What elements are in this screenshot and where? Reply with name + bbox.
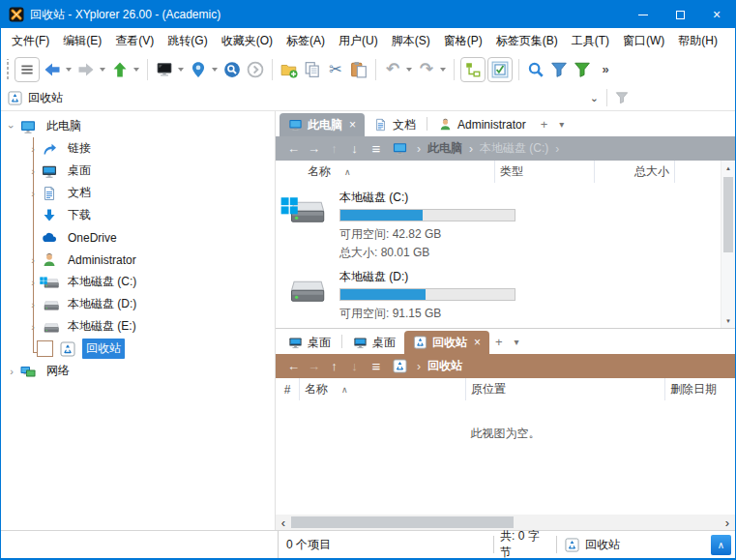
menu-item-11[interactable]: 窗口(W) [616,29,671,53]
tree-item-本地磁盘 (D:)[interactable]: ›本地磁盘 (D:) [1,293,275,315]
tree-item-链接[interactable]: ›链接 [1,137,275,160]
tree-expander-icon[interactable]: › [5,366,18,377]
filter-button[interactable] [547,57,571,82]
tab-桌面[interactable]: 桌面 [344,331,404,354]
breadcrumb-segment[interactable]: 此电脑 [427,140,462,157]
tree-item-本地磁盘 (C:)[interactable]: ›本地磁盘 (C:) [1,271,275,293]
tab-桌面[interactable]: 桌面 [280,331,339,354]
scroll-down-icon[interactable]: ▼ [721,313,735,328]
tab-Administrator[interactable]: Administrator [429,113,535,136]
back-button-dropdown[interactable] [66,68,72,72]
column-header-名称[interactable]: 名称∧ [276,161,495,183]
toolbar-overflow-button[interactable]: » [594,57,617,82]
chevron-down-icon[interactable]: ⌄ [582,92,606,104]
new-tab-button[interactable]: + [489,335,509,349]
scrollbar-thumb[interactable] [291,516,514,528]
back-button[interactable] [41,57,64,82]
column-header-#[interactable]: # [276,378,300,400]
drive-row[interactable]: 本地磁盘 (D:)可用空间: 91.15 GB [276,262,721,323]
menu-item-9[interactable]: 标签页集(B) [489,29,565,53]
scroll-up-icon[interactable]: ▲ [721,161,735,175]
forward-arrow-icon[interactable]: → [304,141,324,156]
back-arrow-icon[interactable]: ← [283,359,304,373]
down-arrow-icon[interactable]: ↓ [344,141,365,156]
tree-item-OneDrive[interactable]: OneDrive [1,226,275,249]
column-header-原位置[interactable]: 原位置 [466,378,665,400]
close-icon[interactable]: × [349,118,356,132]
maximize-button[interactable] [662,1,698,28]
tab-文档[interactable]: 文档 [365,113,425,136]
column-header-类型[interactable]: 类型 [495,161,595,183]
menu-item-6[interactable]: 用户(U) [332,29,385,53]
recycle-bin-icon[interactable] [392,359,408,373]
up-arrow-icon[interactable]: ↑ [324,359,344,373]
tree-item-网络[interactable]: ›网络 [1,360,275,382]
hotlist-button[interactable] [221,57,244,82]
menu-item-12[interactable]: 帮助(H) [671,29,724,53]
new-tab-button[interactable]: + [535,117,554,132]
breadcrumb-menu-icon[interactable]: ≡ [365,140,388,157]
close-icon[interactable]: × [474,336,481,349]
menu-item-5[interactable]: 标签(A) [280,29,332,53]
vertical-scrollbar[interactable]: ▲ ▼ [721,161,735,328]
scroll-left-icon[interactable]: ‹ [276,515,291,530]
menu-item-3[interactable]: 跳转(G) [161,29,214,53]
tab-list-button[interactable]: ▾ [509,337,525,347]
find-files-button[interactable] [524,57,547,82]
scrollbar-thumb[interactable] [723,177,733,252]
forward-button[interactable] [74,57,98,82]
tree-item-本地磁盘 (E:)[interactable]: ›本地磁盘 (E:) [1,315,275,338]
checkbox-mode-button[interactable] [487,57,513,82]
breadcrumb-segment[interactable]: 本地磁盘 (C:) [480,140,548,157]
redo-button-dropdown[interactable] [440,68,446,72]
tab-回收站[interactable]: 回收站× [404,331,489,354]
tree-item-此电脑[interactable]: ›此电脑 [1,115,275,137]
forward-button-dropdown[interactable] [100,68,105,72]
location-button[interactable] [187,57,210,82]
horizontal-scrollbar[interactable]: ‹ › [276,515,735,530]
redo-button[interactable]: ↷ [415,57,438,82]
up-button[interactable] [108,57,132,82]
tree-item-文档[interactable]: ›文档 [1,182,275,204]
toolbar-grip[interactable] [4,59,12,80]
menu-item-0[interactable]: 文件(F) [5,29,56,53]
minimize-button[interactable] [625,1,662,28]
tree-panel-toggle-button[interactable] [460,57,486,82]
menu-item-1[interactable]: 编辑(E) [56,29,108,53]
show-desktop-button-dropdown[interactable] [178,68,184,72]
menu-item-8[interactable]: 窗格(P) [437,29,489,53]
tree-expander-icon[interactable]: › [5,121,18,133]
menu-item-10[interactable]: 工具(T) [565,29,616,53]
tab-list-button[interactable]: ▾ [553,119,570,130]
up-button-dropdown[interactable] [133,68,139,72]
show-desktop-button[interactable] [153,57,176,82]
menu-item-4[interactable]: 收藏夹(O) [215,29,280,53]
undo-button-dropdown[interactable] [406,68,412,72]
back-arrow-icon[interactable]: ← [283,141,304,156]
menu-item-2[interactable]: 查看(V) [108,29,161,53]
menu-item-7[interactable]: 脚本(S) [385,29,437,53]
monitor-icon[interactable] [392,141,408,156]
tree-item-下载[interactable]: 下载 [1,204,275,226]
tree-item-Administrator[interactable]: ›Administrator [1,249,275,271]
drive-row[interactable]: 本地磁盘 (C:)可用空间: 42.82 GB总大小: 80.01 GB [276,183,721,262]
paste-button[interactable] [347,57,370,82]
copy-button[interactable] [301,57,324,82]
new-folder-button[interactable] [278,57,301,82]
breadcrumb-menu-icon[interactable]: ≡ [365,358,388,374]
column-header-删除日期[interactable]: 删除日期 [665,378,735,400]
tree-checkbox[interactable] [37,340,53,357]
tree-item-回收站[interactable]: 回收站 [1,338,275,360]
go-button[interactable] [244,57,267,82]
undo-button[interactable]: ↶ [381,57,404,82]
tab-此电脑[interactable]: 此电脑× [280,113,365,136]
cut-button[interactable]: ✂ [324,57,347,82]
column-header-总大小[interactable]: 总大小 [595,161,675,183]
scroll-right-icon[interactable]: › [720,515,735,530]
main-menu-button[interactable] [15,57,40,82]
breadcrumb-segment[interactable]: 回收站 [427,358,462,374]
close-button[interactable]: × [698,1,735,28]
status-expand-button[interactable]: ∧ [711,535,731,555]
address-input[interactable]: 回收站 ⌄ [1,85,606,110]
column-header-名称[interactable]: 名称∧ [300,378,466,400]
